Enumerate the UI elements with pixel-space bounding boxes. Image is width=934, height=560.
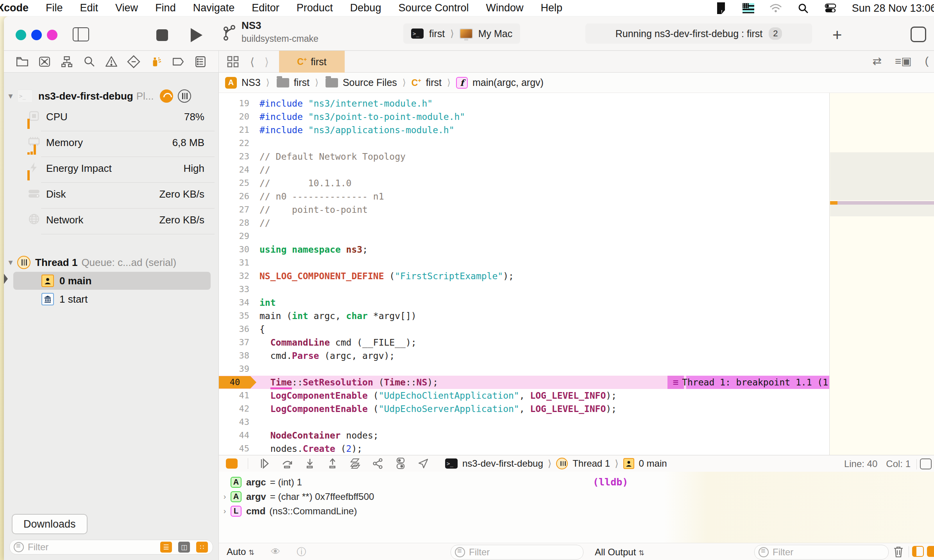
tab-overview-icon[interactable] — [226, 55, 240, 69]
line-number[interactable]: 44 — [219, 429, 249, 442]
breakpoint-navigator-icon[interactable] — [171, 55, 185, 69]
chevron-down-icon[interactable]: ▾ — [4, 257, 17, 268]
notes-app-icon[interactable] — [715, 2, 727, 14]
menu-item-editor[interactable]: Editor — [252, 2, 279, 14]
line-number[interactable]: 20 — [219, 110, 249, 123]
show-console-panel-toggle[interactable] — [927, 546, 934, 557]
menu-clock[interactable]: Sun 28 Nov 13:06 — [852, 2, 934, 14]
console-output-select[interactable]: All Output ⇅ — [595, 547, 644, 558]
source-control-navigator-icon[interactable] — [38, 55, 52, 69]
adjust-editor-icon[interactable]: ≡▣ — [895, 55, 912, 68]
close-window-button[interactable] — [16, 30, 26, 40]
filter-flag-toggle[interactable]: ☰ — [160, 542, 172, 553]
project-title[interactable]: NS3 — [242, 20, 261, 32]
line-number[interactable]: 36 — [219, 323, 249, 336]
line-number[interactable]: 22 — [219, 137, 249, 150]
line-number[interactable]: 38 — [219, 349, 249, 362]
swap-editor-icon[interactable]: ⇄ — [872, 55, 881, 68]
line-number[interactable]: 41 — [219, 389, 249, 402]
gauge-row-cpu[interactable]: CPU78% — [4, 105, 218, 131]
line-number[interactable]: 29 — [219, 230, 249, 243]
downloads-button[interactable]: Downloads — [12, 514, 88, 534]
menu-item-source-control[interactable]: Source Control — [398, 2, 469, 14]
line-number[interactable]: 25 — [219, 177, 249, 190]
line-number[interactable]: 31 — [219, 256, 249, 269]
menu-item-navigate[interactable]: Navigate — [193, 2, 235, 14]
line-number[interactable]: 43 — [219, 416, 249, 429]
symbol-navigator-icon[interactable] — [60, 55, 74, 69]
show-variables-panel-toggle[interactable] — [912, 546, 924, 557]
menu-item-edit[interactable]: Edit — [80, 2, 98, 14]
console-view[interactable]: (lldb) — [579, 472, 934, 543]
debug-layout-icon[interactable] — [920, 458, 932, 469]
navigator-filter-field[interactable]: Filter ☰ ◫ ∷ — [9, 540, 213, 555]
clear-console-trash-icon[interactable] — [893, 546, 904, 558]
zoom-window-button[interactable] — [47, 30, 57, 40]
step-over-button[interactable] — [281, 457, 293, 470]
run-button[interactable] — [191, 28, 202, 42]
forward-button[interactable]: ⟩ — [265, 55, 269, 68]
continue-button[interactable] — [258, 457, 271, 470]
breakpoint-annotation[interactable]: Thread 1: breakpoint 1.1 (1) — [686, 376, 829, 389]
minimap-pane[interactable] — [829, 93, 934, 455]
test-navigator-icon[interactable] — [127, 55, 141, 69]
breadcrumb-item[interactable]: first — [294, 77, 310, 88]
stack-frame-0-main[interactable]: 0 main — [13, 272, 211, 290]
variables-view[interactable]: Aargc= (int) 1›Aargv= (char **) 0x7ffeef… — [219, 472, 579, 543]
console-filter-field[interactable]: Filter — [754, 545, 889, 560]
stack-frame-1-start[interactable]: 1 start — [13, 290, 211, 308]
menu-item-debug[interactable]: Debug — [350, 2, 381, 14]
chevron-right-icon[interactable]: › — [219, 506, 231, 515]
thread-row[interactable]: ▾ Thread 1 Queue: c...ad (serial) — [4, 254, 218, 271]
minimize-window-button[interactable] — [31, 30, 42, 40]
line-number[interactable]: 24 — [219, 163, 249, 177]
line-number[interactable]: 26 — [219, 190, 249, 203]
gauge-row-energy-impact[interactable]: Energy ImpactHigh — [4, 157, 218, 183]
back-button[interactable]: ⟨ — [250, 55, 254, 68]
debug-view-hierarchy-button[interactable] — [349, 457, 361, 470]
menu-item-file[interactable]: File — [46, 2, 63, 14]
breakpoints-enabled-toggle[interactable] — [226, 458, 238, 469]
jump-thread[interactable]: Thread 1 — [573, 458, 610, 469]
debug-navigator-icon[interactable] — [149, 55, 163, 69]
find-navigator-icon[interactable] — [82, 55, 96, 69]
keyboard-flag-icon[interactable] — [743, 2, 754, 14]
breakpoint-menu-icon[interactable]: ≡ — [667, 376, 684, 389]
line-number[interactable]: 35 — [219, 309, 249, 323]
chevron-down-icon[interactable]: ▾ — [4, 91, 17, 101]
line-number[interactable]: 19 — [219, 97, 249, 110]
jump-process[interactable]: ns3-dev-first-debug — [462, 458, 543, 469]
scheme-destination[interactable]: My Mac — [478, 28, 513, 39]
line-number[interactable]: 21 — [219, 123, 249, 137]
scheme-selector[interactable]: >_ first ⟩ My Mac — [403, 23, 520, 44]
gauge-row-network[interactable]: NetworkZero KB/s — [4, 209, 218, 234]
line-number[interactable]: 37 — [219, 336, 249, 349]
line-number[interactable]: 32 — [219, 269, 249, 283]
debug-memory-graph-button[interactable] — [372, 457, 384, 470]
menu-item-find[interactable]: Find — [155, 2, 176, 14]
issue-navigator-icon[interactable] — [104, 55, 118, 69]
menu-item-window[interactable]: Window — [486, 2, 524, 14]
thread-mode-icon[interactable] — [178, 89, 191, 103]
variables-scope-select[interactable]: Auto ⇅ — [227, 546, 254, 557]
source-editor[interactable]: 19#include "ns3/internet-module.h"20#inc… — [219, 93, 829, 455]
quicklook-eye-icon[interactable]: 👁 — [271, 546, 280, 557]
variable-row-argc[interactable]: Aargc= (int) 1 — [219, 475, 579, 489]
line-number[interactable]: 34 — [219, 296, 249, 309]
menu-item-view[interactable]: View — [115, 2, 138, 14]
library-add-button[interactable]: + — [832, 26, 842, 45]
split-editor-icon[interactable]: ( — [925, 55, 929, 68]
line-number[interactable]: 27 — [219, 203, 249, 216]
toggle-navigator-button[interactable] — [73, 27, 89, 41]
breadcrumb-item[interactable]: NS3 — [242, 77, 261, 88]
variable-row-argv[interactable]: ›Aargv= (char **) 0x7ffeefbff500 — [219, 489, 579, 504]
line-number[interactable]: 45 — [219, 442, 249, 455]
breadcrumb-item[interactable]: main(argc, argv) — [472, 77, 544, 88]
environment-overrides-button[interactable] — [394, 457, 407, 470]
project-navigator-icon[interactable] — [15, 55, 29, 69]
breakpoint-badge[interactable]: 40 — [219, 376, 256, 389]
gauge-row-disk[interactable]: DiskZero KB/s — [4, 183, 218, 209]
variable-row-cmd[interactable]: ›Lcmd(ns3::CommandLine) — [219, 504, 579, 518]
breadcrumb-item[interactable]: Source Files — [343, 77, 397, 88]
line-number[interactable]: 42 — [219, 402, 249, 416]
